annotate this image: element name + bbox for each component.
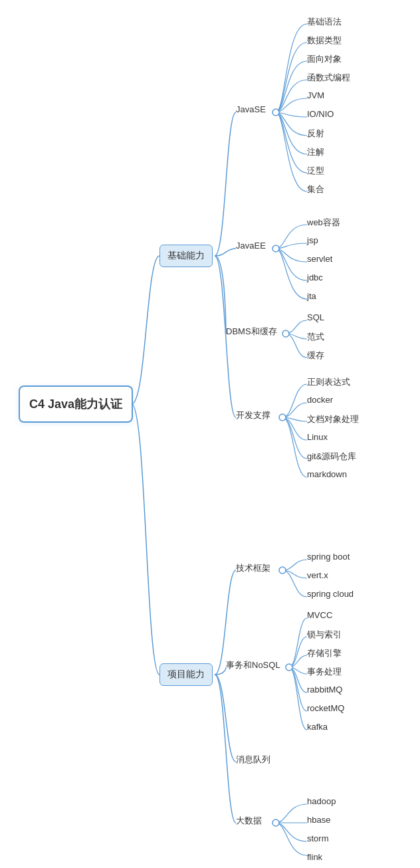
leaf-kafka: kafka xyxy=(307,720,328,733)
leaf-spring-cloud: spring cloud xyxy=(307,588,354,600)
leaf-jvm: JVM xyxy=(307,89,324,102)
leaf-rabbitmq: rabbitMQ xyxy=(307,683,342,696)
leaf-doc-obj: 文档对象处理 xyxy=(307,412,359,427)
leaf-collection: 集合 xyxy=(307,182,324,197)
leaf-jdbc: jdbc xyxy=(307,271,323,284)
leaf-regex: 正则表达式 xyxy=(307,375,350,389)
leaf-docker: docker xyxy=(307,393,333,406)
svg-point-5 xyxy=(286,664,292,671)
leaf-generics: 泛型 xyxy=(307,163,324,178)
branch-transaction-nosql: 事务和NoSQL xyxy=(226,658,280,673)
leaf-linux: Linux xyxy=(307,431,328,443)
leaf-paradigm: 范式 xyxy=(307,330,324,344)
leaf-sql: SQL xyxy=(307,311,324,324)
leaf-transaction: 事务处理 xyxy=(307,665,342,679)
group-basic: 基础能力 xyxy=(159,245,213,267)
root-node: C4 Java能力认证 xyxy=(19,385,133,423)
svg-point-4 xyxy=(279,567,286,574)
branch-big-data: 大数据 xyxy=(236,814,262,828)
leaf-vert-x: vert.x xyxy=(307,569,328,582)
branch-dbms: DBMS和缓存 xyxy=(226,324,277,339)
mind-map: C4 Java能力认证 基础能力 JavaSE 基础语法 数据类型 面向对象 函… xyxy=(0,0,420,868)
leaf-storage-engine: 存储引擎 xyxy=(307,646,342,661)
leaf-oop: 面向对象 xyxy=(307,52,342,66)
leaf-flink: flink xyxy=(307,851,322,863)
leaf-hbase: hbase xyxy=(307,814,330,826)
leaf-basic-syntax: 基础语法 xyxy=(307,15,342,29)
leaf-storm: storm xyxy=(307,832,329,845)
leaf-spring-boot: spring boot xyxy=(307,550,350,563)
connections-svg xyxy=(0,0,420,868)
branch-dev-support: 开发支撑 xyxy=(236,408,270,423)
root-label: C4 Java能力认证 xyxy=(29,396,122,412)
svg-point-1 xyxy=(272,245,279,252)
leaf-data-types: 数据类型 xyxy=(307,33,342,48)
branch-message-queue: 消息队列 xyxy=(236,752,270,767)
leaf-web-container: web容器 xyxy=(307,215,340,230)
leaf-rocketmq: rocketMQ xyxy=(307,702,344,714)
leaf-functional: 函数式编程 xyxy=(307,70,350,85)
leaf-lock-index: 锁与索引 xyxy=(307,627,342,642)
svg-point-2 xyxy=(282,330,289,337)
leaf-jta: jta xyxy=(307,290,316,302)
svg-point-0 xyxy=(272,109,279,116)
svg-point-3 xyxy=(279,414,286,421)
group-basic-label: 基础能力 xyxy=(167,250,205,262)
leaf-git: git&源码仓库 xyxy=(307,449,356,464)
leaf-markdown: markdown xyxy=(307,468,347,481)
branch-javase: JavaSE xyxy=(236,103,266,116)
leaf-hadoop: hadoop xyxy=(307,795,336,808)
leaf-mvcc: MVCC xyxy=(307,609,332,621)
leaf-io-nio: IO/NIO xyxy=(307,108,334,120)
leaf-annotation: 注解 xyxy=(307,145,324,160)
leaf-servlet: servlet xyxy=(307,253,332,265)
branch-tech-framework: 技术框架 xyxy=(236,561,270,576)
svg-point-6 xyxy=(272,819,279,826)
branch-javaee: JavaEE xyxy=(236,239,266,252)
leaf-jsp: jsp xyxy=(307,234,318,247)
group-project-label: 项目能力 xyxy=(167,669,205,681)
leaf-reflect: 反射 xyxy=(307,126,324,141)
group-project: 项目能力 xyxy=(159,663,213,686)
leaf-cache: 缓存 xyxy=(307,348,324,363)
